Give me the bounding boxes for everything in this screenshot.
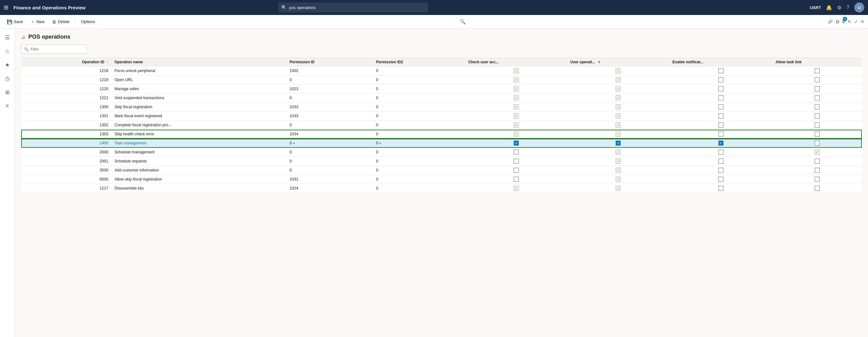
cell-allow-task-link[interactable] <box>772 112 862 121</box>
cell-user-operati[interactable] <box>567 66 669 75</box>
cell-user-operati[interactable] <box>567 139 669 148</box>
cell-allow-task-link[interactable] <box>772 102 862 112</box>
filter-input-wrapper[interactable]: 🔍 <box>21 44 87 54</box>
table-row[interactable]: 2001Schedule requests00 <box>21 157 862 166</box>
save-button[interactable]: 💾 Save <box>4 17 26 27</box>
cell-check-user-acc[interactable] <box>465 121 567 130</box>
cell-check-user-acc[interactable] <box>465 112 567 121</box>
cell-check-user-acc[interactable] <box>465 75 567 85</box>
close-icon[interactable]: ✕ <box>861 19 864 24</box>
badge-icon[interactable]: 0 0 <box>842 19 845 24</box>
cell-enable-notif[interactable] <box>669 148 772 157</box>
sidebar-item-home[interactable]: ⌂ <box>1 45 14 57</box>
cell-check-user-acc[interactable] <box>465 166 567 175</box>
global-search-input[interactable] <box>289 5 425 10</box>
table-row[interactable]: 1220Manage safes10230 <box>21 85 862 94</box>
cell-allow-task-link[interactable] <box>772 130 862 139</box>
cell-check-user-acc[interactable] <box>465 94 567 102</box>
sidebar-item-recent[interactable]: ◷ <box>1 72 14 85</box>
cell-perm-id2[interactable]: 0▾ <box>373 139 465 148</box>
link-icon[interactable]: 🔗 <box>828 19 833 24</box>
cell-check-user-acc[interactable] <box>465 139 567 148</box>
table-row[interactable]: 1301Mark fiscal event registered10330 <box>21 112 862 121</box>
table-row[interactable]: 1302Complete fiscal registration pro...0… <box>21 121 862 130</box>
table-row[interactable]: 1217Disassemble kits10240 <box>21 184 862 193</box>
cell-perm-id[interactable]: 0▾ <box>287 139 373 148</box>
filter-input[interactable] <box>31 47 84 52</box>
table-row[interactable]: 1219Open URL00 <box>21 75 862 85</box>
cell-user-operati[interactable] <box>567 130 669 139</box>
cell-allow-task-link[interactable] <box>772 66 862 75</box>
cell-allow-task-link[interactable] <box>772 85 862 94</box>
toolbar-search-button[interactable]: 🔍 <box>457 18 468 26</box>
col-header-user-operati[interactable]: User operati... ▼ <box>567 58 669 66</box>
table-row[interactable]: 1218Force unlock peripheral10020 <box>21 66 862 75</box>
cell-check-user-acc[interactable] <box>465 66 567 75</box>
cell-check-user-acc[interactable] <box>465 85 567 94</box>
cell-enable-notif[interactable] <box>669 139 772 148</box>
cell-user-operati[interactable] <box>567 94 669 102</box>
cell-allow-task-link[interactable] <box>772 148 862 157</box>
cell-allow-task-link[interactable] <box>772 121 862 130</box>
office-icon[interactable]: O <box>836 19 839 24</box>
app-grid-icon[interactable]: ⊞ <box>4 4 8 11</box>
table-row[interactable]: 6000Allow skip fiscal registration10310 <box>21 175 862 184</box>
cell-user-operati[interactable] <box>567 148 669 157</box>
chevron-icon[interactable]: ▾ <box>379 142 381 145</box>
avatar[interactable]: U <box>854 2 864 12</box>
refresh-icon[interactable]: ↻ <box>848 19 851 24</box>
sidebar-item-menu[interactable]: ☰ <box>1 31 14 44</box>
options-button[interactable]: Options <box>78 17 98 27</box>
col-header-allow-task-link[interactable]: Allow task link <box>772 58 862 66</box>
col-header-op-name[interactable]: Operation name <box>111 58 286 66</box>
cell-check-user-acc[interactable] <box>465 175 567 184</box>
col-header-perm-id[interactable]: Permission ID <box>287 58 373 66</box>
notifications-icon[interactable]: 🔔 <box>826 5 832 10</box>
open-new-icon[interactable]: ⤢ <box>854 19 858 24</box>
chevron-icon[interactable]: ▾ <box>293 142 295 145</box>
new-button[interactable]: ＋ New <box>27 17 48 27</box>
perm-id-dropdown[interactable]: 0▾ <box>290 141 370 145</box>
table-row[interactable]: 1303Skip health check error10340 <box>21 130 862 139</box>
cell-user-operati[interactable] <box>567 85 669 94</box>
cell-user-operati[interactable] <box>567 166 669 175</box>
table-row[interactable]: 2000Schedule management00 <box>21 148 862 157</box>
cell-enable-notif[interactable] <box>669 157 772 166</box>
settings-icon[interactable]: ⚙ <box>837 5 841 10</box>
filter-icon-user-operati[interactable]: ▼ <box>597 60 601 64</box>
cell-check-user-acc[interactable] <box>465 157 567 166</box>
cell-enable-notif[interactable] <box>669 75 772 85</box>
col-header-perm-id2[interactable]: Permission ID2 <box>373 58 465 66</box>
cell-user-operati[interactable] <box>567 121 669 130</box>
col-header-check-user-acc[interactable]: Check user acc... <box>465 58 567 66</box>
col-header-op-id[interactable]: Operation ID ↑ <box>21 58 111 66</box>
delete-button[interactable]: 🗑 Delete <box>49 17 73 27</box>
cell-check-user-acc[interactable] <box>465 102 567 112</box>
cell-user-operati[interactable] <box>567 157 669 166</box>
cell-check-user-acc[interactable] <box>465 148 567 157</box>
help-icon[interactable]: ? <box>846 5 849 10</box>
cell-allow-task-link[interactable] <box>772 75 862 85</box>
cell-enable-notif[interactable] <box>669 184 772 193</box>
cell-enable-notif[interactable] <box>669 66 772 75</box>
col-header-enable-notif[interactable]: Enable notificat... <box>669 58 772 66</box>
cell-check-user-acc[interactable] <box>465 130 567 139</box>
cell-enable-notif[interactable] <box>669 112 772 121</box>
cell-check-user-acc[interactable] <box>465 184 567 193</box>
table-row[interactable]: 1221Void suspended transactions00 <box>21 94 862 102</box>
cell-allow-task-link[interactable] <box>772 184 862 193</box>
table-row[interactable]: 3500Add customer information00 <box>21 166 862 175</box>
cell-enable-notif[interactable] <box>669 175 772 184</box>
cell-enable-notif[interactable] <box>669 102 772 112</box>
cell-user-operati[interactable] <box>567 75 669 85</box>
page-filter-icon[interactable]: ⊿ <box>21 34 25 40</box>
sidebar-item-workspaces[interactable]: ⊞ <box>1 86 14 98</box>
cell-user-operati[interactable] <box>567 112 669 121</box>
global-search-box[interactable]: 🔍 <box>278 2 428 12</box>
table-row[interactable]: 1300Skip fiscal registration10330 <box>21 102 862 112</box>
cell-enable-notif[interactable] <box>669 166 772 175</box>
cell-user-operati[interactable] <box>567 184 669 193</box>
cell-user-operati[interactable] <box>567 175 669 184</box>
cell-enable-notif[interactable] <box>669 121 772 130</box>
cell-enable-notif[interactable] <box>669 130 772 139</box>
